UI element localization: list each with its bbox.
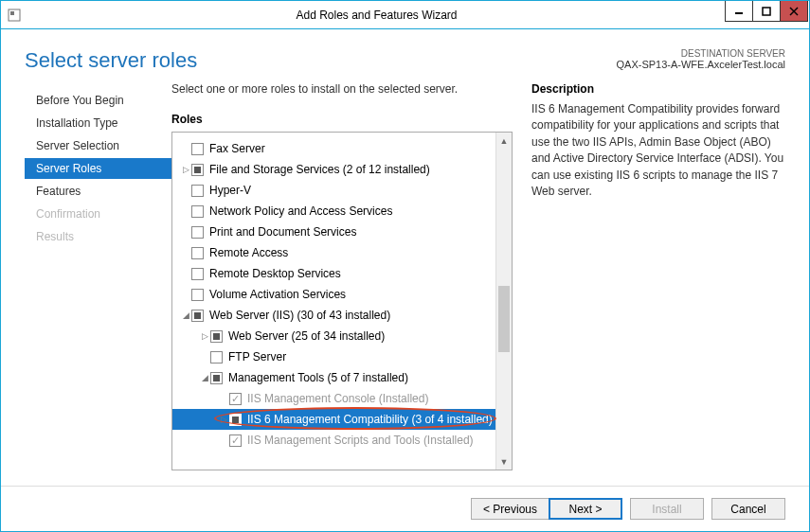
tree-row[interactable]: ▷IIS 6 Management Compatibility (3 of 4 … bbox=[172, 409, 495, 430]
tree-row[interactable]: FTP Server bbox=[172, 346, 495, 367]
window-title: Add Roles and Features Wizard bbox=[27, 9, 726, 22]
tree-row[interactable]: Hyper-V bbox=[172, 180, 495, 201]
expander-icon[interactable]: ▷ bbox=[218, 415, 229, 424]
tree-row-label: IIS Management Scripts and Tools (Instal… bbox=[247, 434, 474, 447]
wizard-footer: < Previous Next > Install Cancel bbox=[1, 486, 809, 531]
minimize-button[interactable] bbox=[725, 1, 753, 22]
checkbox bbox=[229, 434, 242, 447]
tree-row[interactable]: ▷File and Storage Services (2 of 12 inst… bbox=[172, 159, 495, 180]
tree-row[interactable]: ◢Management Tools (5 of 7 installed) bbox=[172, 367, 495, 388]
tree-row-label: Network Policy and Access Services bbox=[209, 204, 392, 218]
next-button[interactable]: Next > bbox=[549, 498, 622, 520]
tree-row-label: Fax Server bbox=[209, 142, 265, 155]
checkbox[interactable] bbox=[191, 164, 204, 176]
checkbox[interactable] bbox=[210, 372, 223, 384]
close-button[interactable] bbox=[780, 1, 808, 22]
tree-row[interactable]: Fax Server bbox=[172, 138, 495, 159]
tree-row[interactable]: ▷Web Server (25 of 34 installed) bbox=[172, 326, 495, 346]
checkbox[interactable] bbox=[191, 226, 204, 239]
expander-icon[interactable]: ▷ bbox=[180, 165, 191, 174]
scrollbar[interactable]: ▲ ▼ bbox=[495, 133, 512, 470]
checkbox[interactable] bbox=[191, 185, 204, 197]
description-label: Description bbox=[531, 82, 785, 96]
tree-row[interactable]: Print and Document Services bbox=[172, 222, 495, 242]
checkbox[interactable] bbox=[210, 351, 223, 364]
title-bar: Add Roles and Features Wizard bbox=[1, 1, 809, 29]
checkbox[interactable] bbox=[191, 268, 204, 280]
nav-item-server-roles[interactable]: Server Roles bbox=[25, 158, 171, 179]
tree-row[interactable]: Volume Activation Services bbox=[172, 284, 495, 305]
scroll-down-icon[interactable]: ▼ bbox=[496, 453, 512, 470]
checkbox[interactable] bbox=[229, 414, 242, 426]
install-button[interactable]: Install bbox=[630, 498, 704, 520]
page-title: Select server roles bbox=[25, 48, 197, 73]
previous-button[interactable]: < Previous bbox=[471, 498, 549, 520]
tree-row-label: Management Tools (5 of 7 installed) bbox=[228, 371, 408, 384]
tree-row-label: Web Server (IIS) (30 of 43 installed) bbox=[209, 309, 390, 322]
svg-rect-1 bbox=[10, 11, 14, 15]
wizard-header: Select server roles DESTINATION SERVER Q… bbox=[1, 29, 809, 82]
nav-item-server-selection[interactable]: Server Selection bbox=[25, 135, 171, 156]
tree-row-label: IIS Management Console (Installed) bbox=[247, 392, 428, 405]
expander-icon[interactable]: ◢ bbox=[199, 373, 210, 382]
scroll-thumb[interactable] bbox=[498, 286, 510, 352]
wizard-nav: Before You BeginInstallation TypeServer … bbox=[25, 82, 171, 470]
wizard-window: Add Roles and Features Wizard Select ser… bbox=[0, 0, 810, 532]
scroll-up-icon[interactable]: ▲ bbox=[496, 133, 512, 149]
nav-item-confirmation: Confirmation bbox=[25, 204, 171, 224]
description-text: IIS 6 Management Compatibility provides … bbox=[531, 101, 785, 200]
checkbox bbox=[229, 393, 242, 405]
maximize-button[interactable] bbox=[752, 1, 781, 22]
destination-info: DESTINATION SERVER QAX-SP13-A-WFE.Axcele… bbox=[617, 48, 786, 70]
expander-icon[interactable]: ◢ bbox=[180, 310, 191, 320]
cancel-button[interactable]: Cancel bbox=[711, 498, 785, 520]
tree-row-label: Print and Document Services bbox=[209, 225, 356, 239]
checkbox[interactable] bbox=[191, 310, 204, 322]
tree-row-label: Web Server (25 of 34 installed) bbox=[228, 329, 385, 343]
tree-row-label: File and Storage Services (2 of 12 insta… bbox=[209, 163, 430, 176]
nav-item-installation-type[interactable]: Installation Type bbox=[25, 113, 171, 133]
tree-row[interactable]: IIS Management Console (Installed) bbox=[172, 388, 495, 409]
destination-label: DESTINATION SERVER bbox=[617, 48, 786, 59]
tree-row[interactable]: Remote Desktop Services bbox=[172, 263, 495, 284]
tree-row-label: Volume Activation Services bbox=[209, 288, 346, 301]
tree-row-label: Hyper-V bbox=[209, 184, 251, 197]
checkbox[interactable] bbox=[191, 205, 204, 218]
tree-row-label: FTP Server bbox=[228, 350, 286, 364]
tree-row-label: Remote Desktop Services bbox=[209, 267, 341, 280]
checkbox[interactable] bbox=[210, 330, 223, 343]
app-icon bbox=[7, 8, 22, 23]
tree-row[interactable]: ◢Web Server (IIS) (30 of 43 installed) bbox=[172, 305, 495, 326]
tree-row-label: IIS 6 Management Compatibility (3 of 4 i… bbox=[247, 413, 493, 426]
checkbox[interactable] bbox=[191, 143, 204, 155]
checkbox[interactable] bbox=[191, 289, 204, 301]
nav-item-features[interactable]: Features bbox=[25, 181, 171, 202]
tree-row[interactable]: IIS Management Scripts and Tools (Instal… bbox=[172, 430, 495, 451]
tree-row[interactable]: Network Policy and Access Services bbox=[172, 201, 495, 222]
tree-row[interactable]: Remote Access bbox=[172, 242, 495, 263]
roles-label: Roles bbox=[171, 113, 513, 126]
tree-row-label: Remote Access bbox=[209, 246, 288, 259]
roles-tree: Fax Server▷File and Storage Services (2 … bbox=[171, 132, 513, 470]
instruction-text: Select one or more roles to install on t… bbox=[171, 82, 513, 96]
nav-item-results: Results bbox=[25, 226, 171, 247]
svg-rect-3 bbox=[763, 8, 770, 15]
destination-server: QAX-SP13-A-WFE.AxcelerTest.local bbox=[617, 59, 786, 70]
checkbox[interactable] bbox=[191, 247, 204, 259]
nav-item-before-you-begin[interactable]: Before You Begin bbox=[25, 90, 171, 111]
window-buttons bbox=[726, 1, 809, 28]
expander-icon[interactable]: ▷ bbox=[199, 331, 210, 341]
